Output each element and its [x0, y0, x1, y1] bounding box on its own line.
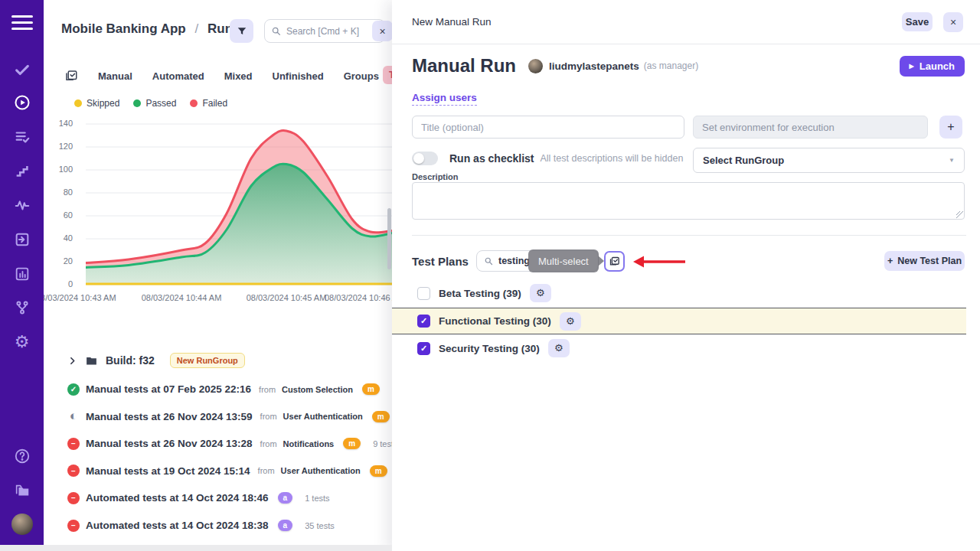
tab-mixed[interactable]: Mixed — [224, 70, 253, 82]
gear-icon[interactable]: ⚙ — [548, 339, 570, 357]
run-title[interactable]: Automated tests at 14 Oct 2024 18:38 — [86, 520, 269, 531]
panel-close-button[interactable]: × — [372, 21, 392, 41]
legend-item[interactable]: Failed — [190, 98, 227, 109]
run-as-checklist-toggle[interactable] — [412, 152, 438, 165]
multi-select-icon[interactable] — [64, 69, 78, 83]
tab-manual[interactable]: Manual — [98, 70, 132, 82]
multi-select-button[interactable] — [604, 251, 625, 272]
run-tests-count: 35 tests — [305, 521, 335, 530]
run-row[interactable]: −Automated tests at 14 Oct 2024 18:46a1 … — [44, 488, 392, 507]
new-test-plan-button[interactable]: + New Test Plan — [884, 251, 965, 271]
gear-icon[interactable]: ⚙ — [15, 334, 30, 350]
run-from-label: from — [260, 439, 277, 448]
filter-button[interactable] — [230, 19, 253, 43]
play-circle-icon[interactable] — [14, 94, 31, 111]
steps-icon[interactable] — [14, 162, 31, 179]
user-avatar[interactable] — [11, 514, 33, 535]
page-title: Manual Run — [412, 55, 516, 77]
multi-select-tooltip: Multi-select — [528, 249, 599, 272]
rungroup-select[interactable]: Select RunGroup ▼ — [693, 148, 965, 173]
runs-chart: SkippedPassedFailed 020406080100120140 0… — [44, 93, 392, 311]
x-axis-label: 08/03/2024 10:45 AM — [237, 293, 336, 302]
run-row[interactable]: −Manual tests at 26 Nov 2024 13:28fromNo… — [44, 434, 392, 453]
panel-scrollbar[interactable] — [387, 208, 391, 269]
test-plan-name[interactable]: Security Testing (30) — [439, 343, 540, 354]
run-title-input[interactable] — [412, 116, 684, 139]
legend-item[interactable]: Passed — [133, 98, 176, 109]
y-axis-label: 100 — [47, 165, 73, 174]
x-axis-label: 08/03/2024 10:44 AM — [132, 293, 231, 302]
plus-icon: + — [887, 256, 893, 266]
run-title[interactable]: Manual tests at 19 Oct 2024 15:14 — [86, 465, 250, 477]
tab-automated[interactable]: Automated — [152, 70, 204, 82]
run-type-badge: a — [278, 492, 293, 504]
help-icon[interactable] — [14, 448, 31, 465]
search-input[interactable] — [286, 26, 378, 37]
run-tests-count: 1 tests — [305, 494, 329, 503]
legend-item[interactable]: Skipped — [74, 98, 119, 109]
tab-unfinished[interactable]: Unfinished — [273, 70, 324, 82]
run-type-badge: m — [370, 465, 387, 477]
check-icon[interactable] — [14, 61, 31, 78]
test-plan-name[interactable]: Functional Testing (30) — [439, 315, 551, 327]
owner-role: (as manager) — [644, 60, 698, 71]
new-rungroup-badge: New RunGroup — [170, 353, 245, 368]
gear-icon[interactable]: ⚙ — [560, 312, 581, 331]
run-from-label: from — [258, 466, 275, 475]
test-plan-checkbox[interactable]: ✓ — [417, 315, 430, 328]
status-failed-icon: − — [67, 438, 80, 450]
run-title[interactable]: Manual tests at 07 Feb 2025 22:16 — [86, 383, 251, 395]
import-icon[interactable] — [14, 231, 31, 248]
tab-groups[interactable]: Groups — [344, 70, 379, 82]
search-icon — [271, 26, 281, 36]
run-title[interactable]: Manual tests at 26 Nov 2024 13:59 — [86, 411, 253, 422]
close-icon[interactable]: × — [943, 12, 963, 32]
chart-canvas — [86, 119, 392, 291]
run-title[interactable]: Automated tests at 14 Oct 2024 18:46 — [86, 492, 269, 504]
rungroup-row[interactable]: Build: f32 New RunGroup — [44, 350, 392, 370]
pulse-icon[interactable] — [14, 197, 31, 214]
test-plan-name[interactable]: Beta Testing (39) — [439, 288, 521, 299]
run-source: User Authentication — [283, 412, 363, 421]
play-icon: ▶ — [910, 63, 914, 70]
run-row[interactable]: ◐Manual tests at 26 Nov 2024 13:59fromUs… — [44, 407, 392, 426]
list-check-icon[interactable] — [14, 129, 31, 145]
status-failed-icon: − — [67, 465, 80, 477]
run-title[interactable]: Manual tests at 26 Nov 2024 13:28 — [86, 438, 253, 449]
projects-icon[interactable] — [14, 482, 31, 499]
launch-button[interactable]: ▶ Launch — [900, 56, 965, 77]
run-from-label: from — [259, 385, 276, 394]
environment-input[interactable] — [693, 116, 928, 139]
x-axis-label: 08/03/2024 10:43 AM — [44, 293, 136, 302]
branch-icon[interactable] — [14, 299, 31, 316]
drawer-header: New Manual Run Save × — [392, 0, 980, 44]
test-plans-heading: Test Plans — [412, 255, 469, 268]
breadcrumb: Mobile Banking App / Runs — [61, 21, 240, 37]
checklist-hint: All test descriptions will be hidden — [541, 153, 684, 164]
add-environment-button[interactable]: + — [939, 116, 962, 139]
bar-chart-icon[interactable] — [14, 266, 31, 282]
gear-icon[interactable]: ⚙ — [530, 284, 551, 302]
menu-icon[interactable] — [11, 11, 33, 34]
test-plan-checkbox[interactable]: ✓ — [417, 342, 430, 355]
trash-tab-badge[interactable]: T — [383, 66, 392, 84]
description-textarea[interactable] — [412, 182, 965, 220]
runs-panel: Mobile Banking App / Runs × ManualAutoma… — [44, 0, 392, 551]
y-axis-label: 60 — [47, 210, 73, 220]
y-axis-label: 0 — [47, 279, 73, 289]
run-row[interactable]: ✓Manual tests at 07 Feb 2025 22:16fromCu… — [44, 380, 392, 399]
annotation-arrow — [632, 255, 687, 269]
status-passed-icon: ✓ — [67, 383, 80, 396]
rungroup-label[interactable]: Build: f32 — [106, 354, 155, 367]
test-plan-checkbox[interactable] — [417, 287, 430, 300]
run-row[interactable]: −Automated tests at 14 Oct 2024 18:38a35… — [44, 516, 392, 535]
run-source: User Authentication — [281, 466, 361, 475]
breadcrumb-project[interactable]: Mobile Banking App — [61, 21, 186, 36]
funnel-icon — [237, 26, 247, 37]
chevron-right-icon[interactable] — [67, 356, 77, 366]
owner-avatar — [528, 59, 543, 73]
run-source: Notifications — [283, 439, 335, 448]
run-row[interactable]: −Manual tests at 19 Oct 2024 15:14fromUs… — [44, 461, 392, 481]
assign-users-link[interactable]: Assign users — [412, 92, 477, 106]
save-button[interactable]: Save — [902, 12, 933, 31]
